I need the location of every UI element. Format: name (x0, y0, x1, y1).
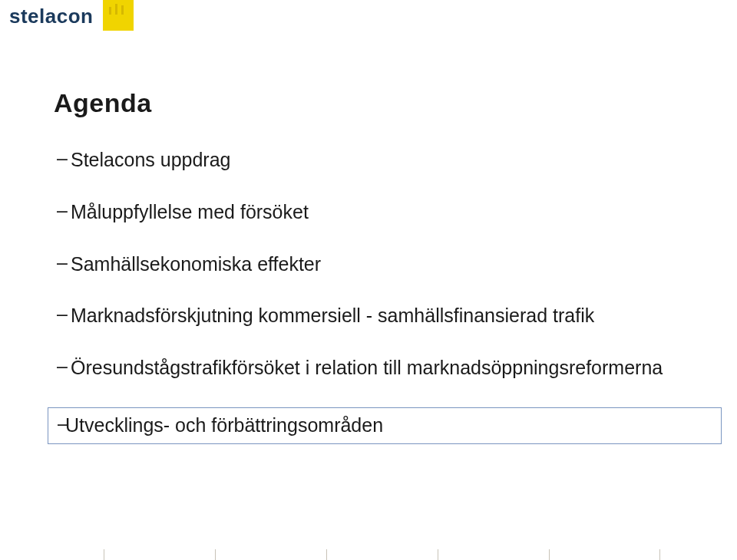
tick (549, 549, 660, 560)
bullet-dash: – (54, 303, 71, 325)
svg-rect-0 (109, 7, 111, 15)
svg-rect-2 (121, 5, 124, 15)
agenda-item: –Utvecklings- och förbättringsområden (48, 407, 722, 444)
brand-mark (103, 0, 134, 31)
bars-icon (107, 2, 129, 15)
agenda-item-text: Måluppfyllelse med försöket (71, 199, 683, 226)
slide-title: Agenda (54, 88, 683, 118)
tick (104, 549, 215, 560)
tick (326, 549, 438, 560)
tick (215, 549, 326, 560)
header: stelacon (0, 0, 134, 31)
agenda-item-text: Marknadsförskjutning kommersiell - samhä… (71, 303, 683, 329)
brand-logo: stelacon (0, 0, 103, 30)
svg-rect-1 (115, 4, 117, 15)
agenda-list: –Stelacons uppdrag–Måluppfyllelse med fö… (54, 147, 683, 444)
agenda-item: –Måluppfyllelse med försöket (54, 199, 683, 226)
agenda-item-text: Stelacons uppdrag (71, 147, 683, 173)
bullet-dash: – (54, 147, 71, 170)
agenda-item: –Stelacons uppdrag (54, 147, 683, 173)
slide-content: Agenda –Stelacons uppdrag–Måluppfyllelse… (54, 88, 683, 470)
agenda-item: –Marknadsförskjutning kommersiell - samh… (54, 303, 683, 329)
bottom-ticks (104, 549, 660, 560)
bullet-dash: – (54, 252, 71, 274)
bullet-dash: – (48, 413, 65, 435)
bullet-dash: – (54, 355, 71, 377)
bullet-dash: – (54, 199, 71, 222)
tick (438, 549, 549, 560)
agenda-item-text: Samhällsekonomiska effekter (71, 252, 683, 278)
agenda-item: –Öresundstågstrafikförsöket i relation t… (54, 355, 683, 381)
agenda-item: –Samhällsekonomiska effekter (54, 252, 683, 278)
agenda-item-text: Öresundstågstrafikförsöket i relation ti… (71, 355, 683, 381)
agenda-item-text: Utvecklings- och förbättringsområden (65, 413, 718, 439)
